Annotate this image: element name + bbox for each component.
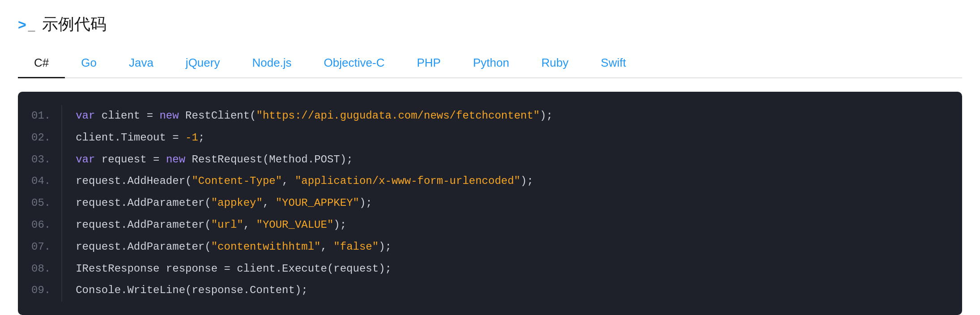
line-number: 02. (18, 127, 62, 149)
tab-ruby[interactable]: Ruby (525, 49, 585, 78)
line-number: 07. (18, 236, 62, 258)
tab-swift[interactable]: Swift (585, 49, 642, 78)
code-line-1: 01. var client = new RestClient("https:/… (18, 105, 962, 127)
line-number: 03. (18, 149, 62, 171)
line-content: var request = new RestRequest(Method.POS… (62, 149, 962, 171)
code-line-3: 03. var request = new RestRequest(Method… (18, 149, 962, 171)
code-line-2: 02. client.Timeout = -1; (18, 127, 962, 149)
line-content: request.AddParameter("appkey", "YOUR_APP… (62, 192, 962, 214)
code-line-9: 09. Console.WriteLine(response.Content); (18, 280, 962, 302)
code-line-6: 06. request.AddParameter("url", "YOUR_VA… (18, 214, 962, 236)
line-content: request.AddParameter("contentwithhtml", … (62, 236, 962, 258)
tab-nodejs[interactable]: Node.js (236, 49, 307, 78)
line-number: 05. (18, 192, 62, 214)
tab-python[interactable]: Python (457, 49, 525, 78)
line-content: request.AddHeader("Content-Type", "appli… (62, 170, 962, 192)
tab-php[interactable]: PHP (401, 49, 456, 78)
code-container: 01. var client = new RestClient("https:/… (18, 92, 962, 315)
line-content: IRestResponse response = client.Execute(… (62, 258, 962, 280)
underscore-icon: _ (28, 20, 35, 32)
line-number: 08. (18, 258, 62, 280)
code-line-7: 07. request.AddParameter("contentwithhtm… (18, 236, 962, 258)
code-line-5: 05. request.AddParameter("appkey", "YOUR… (18, 192, 962, 214)
code-line-4: 04. request.AddHeader("Content-Type", "a… (18, 170, 962, 192)
line-number: 09. (18, 280, 62, 302)
tab-java[interactable]: Java (113, 49, 170, 78)
line-number: 06. (18, 214, 62, 236)
terminal-icon: > _ (18, 17, 35, 32)
tab-objectivec[interactable]: Objective-C (308, 49, 401, 78)
chevron-icon: > (18, 17, 26, 32)
code-table: 01. var client = new RestClient("https:/… (18, 105, 962, 302)
tab-go[interactable]: Go (65, 49, 113, 78)
page-title: 示例代码 (42, 13, 107, 35)
line-content: Console.WriteLine(response.Content); (62, 280, 962, 302)
line-content: var client = new RestClient("https://api… (62, 105, 962, 127)
line-content: request.AddParameter("url", "YOUR_VALUE"… (62, 214, 962, 236)
tabs: C# Go Java jQuery Node.js Objective-C PH… (18, 49, 962, 77)
line-number: 04. (18, 170, 62, 192)
code-line-8: 08. IRestResponse response = client.Exec… (18, 258, 962, 280)
line-content: client.Timeout = -1; (62, 127, 962, 149)
tabs-container: C# Go Java jQuery Node.js Objective-C PH… (18, 49, 962, 78)
line-number: 01. (18, 105, 62, 127)
page-header: > _ 示例代码 (18, 13, 962, 35)
tab-jquery[interactable]: jQuery (170, 49, 236, 78)
tab-csharp[interactable]: C# (18, 49, 65, 78)
